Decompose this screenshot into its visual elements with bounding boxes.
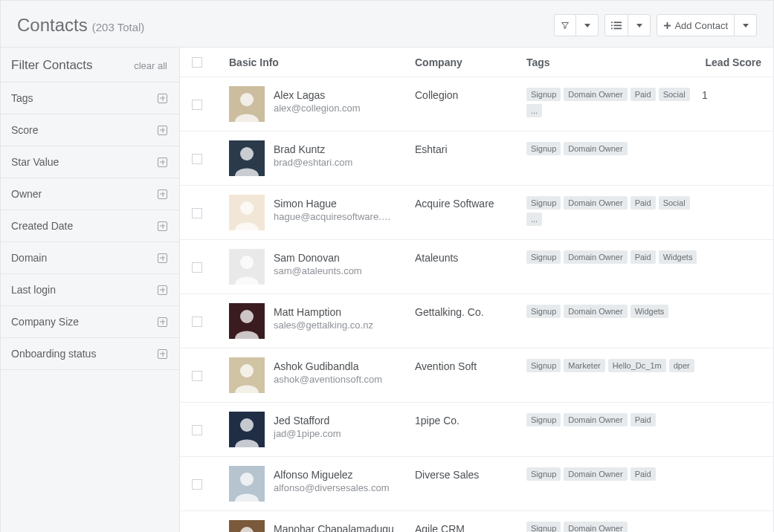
contact-name[interactable]: Matt Hamption [274, 306, 373, 318]
table-row[interactable]: Ashok Gudibandlaashok@aventionsoft.comAv… [180, 348, 773, 403]
tag[interactable]: Signup [526, 522, 561, 532]
tag[interactable]: Signup [526, 305, 561, 318]
tag-list: SignupDomain OwnerPaidSocial... [526, 195, 702, 226]
expand-icon [158, 126, 167, 135]
tag-list: SignupDomain OwnerPaid [526, 466, 702, 481]
tag[interactable]: Signup [526, 250, 561, 264]
page-header: Contacts (203 Total) [1, 1, 773, 47]
contacts-table: Basic Info Company Tags Lead Score Alex … [179, 47, 773, 532]
tag[interactable]: ... [526, 213, 542, 226]
tag[interactable]: Social [659, 88, 690, 101]
tag[interactable]: Signup [526, 142, 561, 155]
row-checkbox[interactable] [192, 371, 202, 381]
contact-email[interactable]: alfonso@diversesales.com [274, 482, 390, 493]
contact-name[interactable]: Alex Lagas [274, 89, 361, 101]
tag[interactable]: Domain Owner [564, 522, 627, 532]
contact-email[interactable]: ashok@aventionsoft.com [274, 374, 382, 385]
clear-all-link[interactable]: clear all [134, 60, 167, 71]
tag[interactable]: Widgets [659, 250, 697, 264]
filter-item[interactable]: Last login [1, 273, 179, 305]
tag[interactable]: Domain Owner [564, 305, 627, 318]
tag[interactable]: Signup [526, 196, 561, 210]
row-checkbox[interactable] [192, 479, 202, 490]
contact-name[interactable]: Ashok Gudibandla [274, 360, 382, 372]
tag[interactable]: ... [526, 104, 542, 117]
tag[interactable]: Signup [526, 359, 561, 372]
filter-item[interactable]: Star Value [1, 146, 179, 178]
tag[interactable]: Domain Owner [564, 250, 627, 264]
contact-name[interactable]: Simon Hague [274, 198, 391, 210]
lead-score [702, 249, 761, 252]
tag[interactable]: Social [659, 196, 690, 210]
tag-list: SignupMarketerHello_Dc_1mdper [526, 357, 702, 372]
select-all-checkbox[interactable] [192, 57, 202, 68]
contact-name[interactable]: Manohar Chapalamadugu [274, 523, 394, 532]
svg-rect-3 [614, 25, 622, 26]
view-menu-button[interactable] [628, 14, 651, 36]
filter-menu-button[interactable] [576, 14, 599, 36]
tag[interactable]: Marketer [564, 359, 604, 372]
tag[interactable]: dper [669, 359, 694, 372]
row-checkbox[interactable] [192, 317, 202, 327]
tag[interactable]: Domain Owner [564, 413, 627, 426]
contact-email[interactable]: alex@collegion.com [274, 103, 361, 114]
contact-company: Gettalking. Co. [415, 303, 526, 318]
contact-name[interactable]: Brad Kuntz [274, 143, 352, 155]
contact-email[interactable]: hague@acquiresoftware.… [274, 211, 391, 222]
table-row[interactable]: Alfonso Miguelezalfonso@diversesales.com… [180, 457, 773, 511]
filter-item[interactable]: Company Size [1, 305, 179, 337]
filter-item[interactable]: Score [1, 114, 179, 146]
filter-item[interactable]: Owner [1, 178, 179, 210]
tag[interactable]: Widgets [631, 305, 669, 318]
table-row[interactable]: Alex Lagasalex@collegion.comCollegionSig… [180, 77, 773, 132]
table-row[interactable]: Sam Donovansam@ataleunts.comAtaleuntsSig… [180, 240, 773, 294]
add-contact-menu-button[interactable] [735, 14, 757, 36]
contact-name[interactable]: Jed Stafford [274, 415, 341, 426]
table-row[interactable]: Jed Staffordjad@1pipe.com1pipe Co.Signup… [180, 403, 773, 457]
table-row[interactable]: Brad Kuntzbrad@eshtari.comEshtariSignupD… [180, 132, 773, 186]
tag[interactable]: Signup [526, 88, 561, 101]
row-checkbox[interactable] [192, 208, 202, 218]
tag[interactable]: Domain Owner [564, 88, 627, 101]
svg-point-19 [240, 364, 254, 377]
tag[interactable]: Domain Owner [564, 467, 627, 481]
tag[interactable]: Paid [631, 467, 656, 481]
contact-name[interactable]: Sam Donovan [274, 252, 362, 264]
contact-email[interactable]: sales@gettalking.co.nz [274, 319, 373, 331]
contact-email[interactable]: brad@eshtari.com [274, 157, 352, 168]
row-checkbox[interactable] [192, 425, 202, 435]
add-contact-button[interactable]: Add Contact [657, 14, 735, 36]
column-company[interactable]: Company [415, 56, 526, 68]
expand-icon [158, 221, 167, 231]
contact-email[interactable]: sam@ataleunts.com [274, 265, 362, 276]
lead-score [702, 140, 761, 143]
tag[interactable]: Paid [631, 196, 656, 210]
tag[interactable]: Domain Owner [564, 142, 627, 155]
column-tags[interactable]: Tags [526, 56, 702, 68]
tag[interactable]: Paid [631, 413, 656, 426]
tag[interactable]: Domain Owner [564, 196, 627, 210]
table-row[interactable]: Simon Haguehague@acquiresoftware.…Acquir… [180, 186, 773, 240]
lead-score [702, 412, 761, 415]
filter-item[interactable]: Domain [1, 241, 179, 273]
filter-button[interactable] [554, 14, 576, 36]
row-checkbox[interactable] [192, 100, 202, 110]
filter-item[interactable]: Onboarding status [1, 337, 179, 370]
row-checkbox[interactable] [192, 262, 202, 273]
filter-item[interactable]: Created Date [1, 210, 179, 241]
filter-item[interactable]: Tags [1, 82, 179, 114]
contact-name[interactable]: Alfonso Miguelez [274, 469, 390, 481]
tag[interactable]: Signup [526, 413, 561, 426]
table-row[interactable]: Matt Hamptionsales@gettalking.co.nzGetta… [180, 294, 773, 348]
row-checkbox[interactable] [192, 154, 202, 164]
tag[interactable]: Paid [631, 250, 656, 264]
tag[interactable]: Signup [526, 467, 561, 481]
column-basic-info[interactable]: Basic Info [229, 56, 415, 68]
tag[interactable]: Paid [631, 88, 656, 101]
contact-email[interactable]: jad@1pipe.com [274, 428, 341, 439]
filter-item-label: Created Date [11, 220, 73, 232]
view-list-button[interactable] [604, 14, 628, 36]
tag[interactable]: Hello_Dc_1m [608, 359, 666, 372]
table-row[interactable]: Manohar Chapalamadugumanohar@agilecrm.co… [180, 511, 773, 532]
column-lead-score[interactable]: Lead Score [702, 56, 761, 68]
